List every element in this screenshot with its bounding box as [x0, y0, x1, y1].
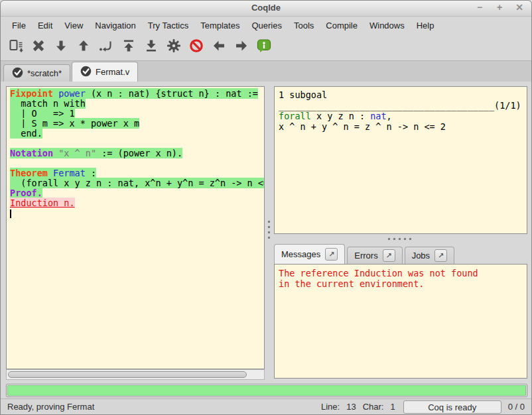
menu-item-windows[interactable]: Windows — [364, 19, 411, 32]
detach-errors-button[interactable]: ↗ — [383, 249, 395, 262]
buffer-tabbar: *scratch* Fermat.v — [1, 60, 531, 82]
menu-item-file[interactable]: File — [6, 19, 32, 32]
tab-label: *scratch* — [27, 68, 62, 78]
text-cursor — [10, 209, 11, 218]
tab-label: Errors — [354, 251, 377, 261]
arrow-left-icon — [211, 38, 227, 56]
minimize-button[interactable]: − — [474, 2, 485, 13]
check-circle-icon — [12, 67, 23, 80]
about-button[interactable] — [253, 37, 275, 57]
char-label: Char: — [363, 402, 384, 412]
next-occurrence-button[interactable] — [230, 37, 253, 57]
hscrollbar-thumb[interactable] — [8, 371, 247, 378]
arrow-up-icon — [76, 38, 92, 56]
window-title: CoqIde — [1, 3, 531, 13]
close-button[interactable]: ✕ — [514, 2, 525, 13]
progress-fill — [7, 385, 526, 396]
goal-pane: 1 subgoal_______________________________… — [274, 86, 527, 234]
worker-counter: 0 / 0 — [508, 402, 525, 412]
detach-arrow-icon: ↗ — [386, 251, 392, 260]
tab-label: Messages — [281, 249, 320, 259]
arrow-down-icon — [53, 38, 69, 56]
tab-label: Jobs — [412, 251, 430, 261]
interrupt-button[interactable] — [185, 37, 208, 57]
toolbar — [1, 33, 531, 60]
editor-hscrollbar[interactable] — [6, 369, 265, 380]
menu-item-queries[interactable]: Queries — [245, 19, 288, 32]
tab-jobs[interactable]: Jobs ↗ — [405, 247, 454, 264]
messages-pane: The reference Induction was not foundin … — [274, 264, 527, 379]
detach-messages-button[interactable]: ↗ — [325, 248, 338, 261]
detach-arrow-icon: ↗ — [328, 250, 334, 259]
close-x-icon — [31, 38, 46, 56]
menu-item-compile[interactable]: Compile — [320, 19, 364, 32]
tab-scratch[interactable]: *scratch* — [3, 64, 70, 82]
message-lines: The reference Induction was not foundin … — [279, 268, 527, 289]
tab-errors[interactable]: Errors ↗ — [347, 247, 402, 264]
tab-fermat[interactable]: Fermat.v — [72, 62, 138, 82]
splitter-grip-icon — [388, 238, 390, 240]
status-message: Ready, proving Fermat — [7, 402, 94, 412]
menubar: FileEditViewNavigationTry TacticsTemplat… — [1, 17, 531, 33]
detach-jobs-button[interactable]: ↗ — [434, 249, 447, 262]
statusbar: Ready, proving Fermat Line: 13 Char: 1 C… — [1, 398, 531, 414]
message-tabbar: Messages ↗ Errors ↗ Jobs ↗ — [274, 243, 527, 264]
line-label: Line: — [321, 402, 340, 412]
line-value: 13 — [346, 402, 356, 412]
code-lines: Fixpoint power (x n : nat) {struct n} : … — [10, 89, 264, 218]
coq-state-box: Coq is ready — [403, 400, 501, 414]
save-icon — [8, 38, 24, 56]
go-to-end-button[interactable] — [140, 37, 163, 57]
forward-button[interactable] — [50, 37, 72, 57]
backward-button[interactable] — [72, 37, 95, 57]
arrow-right-icon — [233, 38, 249, 56]
stop-sign-icon — [188, 38, 204, 56]
vertical-splitter[interactable] — [265, 82, 274, 383]
arrow-down-bar-icon — [143, 38, 159, 56]
goal-lines: 1 subgoal_______________________________… — [279, 89, 527, 132]
arrow-up-bar-icon — [121, 38, 137, 56]
check-circle-icon — [80, 66, 92, 79]
progress-bar — [6, 384, 527, 397]
menu-item-try-tactics[interactable]: Try Tactics — [142, 19, 194, 32]
fully-check-button[interactable] — [163, 37, 185, 57]
titlebar[interactable]: CoqIde − + ✕ — [1, 1, 531, 17]
close-buffer-button[interactable] — [27, 37, 50, 57]
previous-occurrence-button[interactable] — [208, 37, 230, 57]
go-to-cursor-button[interactable] — [95, 37, 117, 57]
gear-icon — [166, 38, 182, 56]
menu-item-templates[interactable]: Templates — [194, 19, 245, 32]
window-controls: − + ✕ — [474, 2, 525, 13]
char-value: 1 — [390, 402, 395, 412]
tab-label: Fermat.v — [96, 67, 129, 77]
splitter-grip-icon — [268, 221, 270, 223]
tab-messages[interactable]: Messages ↗ — [274, 244, 345, 264]
go-to-cursor-icon — [98, 38, 114, 56]
menu-item-edit[interactable]: Edit — [32, 19, 58, 32]
menu-item-tools[interactable]: Tools — [288, 19, 320, 32]
menu-item-navigation[interactable]: Navigation — [89, 19, 141, 32]
maximize-button[interactable]: + — [494, 2, 505, 13]
coqide-window: { "window": { "title": "CoqIde", "contro… — [0, 0, 532, 415]
menu-item-help[interactable]: Help — [411, 19, 440, 32]
restart-button[interactable] — [117, 37, 140, 57]
horizontal-splitter[interactable] — [274, 235, 527, 243]
menu-item-view[interactable]: View — [58, 19, 89, 32]
info-bubble-icon — [256, 38, 272, 56]
script-editor-pane[interactable]: Fixpoint power (x n : nat) {struct n} : … — [6, 86, 265, 369]
detach-arrow-icon: ↗ — [438, 251, 444, 260]
save-buffer-button[interactable] — [5, 37, 27, 57]
